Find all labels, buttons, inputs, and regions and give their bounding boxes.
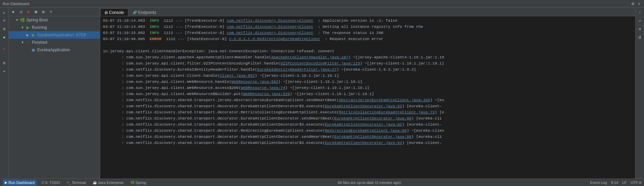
run-icon[interactable]: ▶ <box>1 9 8 16</box>
console-tab-icon: ▤ <box>105 11 108 14</box>
rerun-button[interactable]: ↺ <box>18 8 24 15</box>
structure-icon[interactable]: ⊞ <box>1 59 8 67</box>
log-line-4: 03-07 21:10:46.995 ERROR 1112 --- [tbeat… <box>103 36 632 42</box>
endpoints-tab-label: Endpoints <box>138 10 156 15</box>
tree-label-running: Running <box>32 25 99 30</box>
cursor-position: 9:14 <box>611 181 618 185</box>
event-log-link[interactable]: Event Log <box>590 181 607 185</box>
tree-arrow-spring-boot: ▼ <box>16 18 20 22</box>
log-stack-7: : com.sun.jersey.api.client.WebResource$… <box>103 91 632 97</box>
spring-btn[interactable]: 🌿 Spring <box>128 180 148 186</box>
log-stack-13: : com.netflix.discovery.shared.transport… <box>103 128 632 134</box>
log-stack-1: : com.sun.jersey.client.apache4.ApacheHt… <box>103 54 632 60</box>
spacer-icon1 <box>1 41 8 44</box>
java-label: Java Enterprise <box>98 181 124 185</box>
run-dashboard-btn[interactable]: ▶ Run Dashboard <box>3 180 37 186</box>
tree-item-eureka-app[interactable]: ◉ EurekaApplication <box>9 46 100 54</box>
filter-button[interactable]: ▽ <box>47 8 54 15</box>
tab-endpoints[interactable]: 🔗 Endpoints <box>128 8 160 16</box>
left-side-icons: ▶ ≡ ⏸ ◾ ✕ ⊞ ★ <box>0 7 9 179</box>
tree-item-running[interactable]: ▼ ▶ Running <box>9 24 100 31</box>
eureka-app-icon: ◉ <box>30 47 36 53</box>
favorites-icon[interactable]: ★ <box>1 67 8 75</box>
console-area: ▤ Console 🔗 Endpoints 03-07 21:10:14.963… <box>100 7 635 179</box>
java-enterprise-btn[interactable]: ☕ Java Enterprise <box>91 180 126 186</box>
terminal-btn[interactable]: >_ Terminal <box>65 180 88 186</box>
status-left: ▶ Run Dashboard ☑ 6: TODO >_ Terminal ☕ … <box>3 180 148 186</box>
log-stack-8: : com.netflix.discovery.shared.transport… <box>103 97 632 103</box>
tree-item-eureka-hi[interactable]: ▶ ▶ EurekaHiApplication :8763/ <box>9 31 100 39</box>
stop-button[interactable]: ◾ <box>25 8 32 15</box>
right-side-icons: ↕ ↩ ⚙ 🖨 <box>635 7 644 179</box>
status-right: Event Log 9:14 LF UTF-8 <box>590 181 641 185</box>
running-icon: ▶ <box>25 25 30 30</box>
close-icon[interactable]: ✕ <box>1 45 8 52</box>
spring-icon: 🌿 <box>20 17 25 23</box>
tree-item-spring-boot[interactable]: ▼ 🌿 Spring Boot <box>9 16 100 24</box>
status-message: All files are up-to-date (2 minutes ago) <box>338 181 401 185</box>
log-stack-11: : com.netflix.discovery.shared.transport… <box>103 115 632 122</box>
endpoints-tab-icon: 🔗 <box>133 11 137 14</box>
log-line-2: 03-07 21:10:14.963 INFO 1112 --- [freshE… <box>103 24 632 30</box>
pause-icon[interactable]: ⏸ <box>1 25 8 33</box>
tree-area: ▼ 🌿 Spring Boot ▼ ▶ Running ▶ ▶ EurekaHi… <box>9 16 100 179</box>
topbar-title: Run Dashboard: <box>3 2 30 6</box>
log-line-3: 03-07 21:10:15.002 INFO 1112 --- [freshE… <box>103 30 632 36</box>
layout2-button[interactable]: ▤ <box>40 8 47 15</box>
main-area: ▶ ≡ ⏸ ◾ ✕ ⊞ ★ ▶ ↺ ◾ ▦ ▤ ▽ ▼ 🌿 Spring Boo… <box>0 7 644 179</box>
tree-arrow-eureka-hi: ▶ <box>26 33 30 37</box>
log-stack-5: : com.sun.jersey.api.client.WebResource.… <box>103 79 632 85</box>
line-ending: LF <box>622 181 627 185</box>
stop-icon[interactable]: ◾ <box>1 33 8 41</box>
log-stack-2: : com.sun.jersey.api.client.filter.GZIPC… <box>103 60 632 67</box>
external-icon[interactable]: ↗ <box>637 1 641 7</box>
log-stack-15: : com.netflix.discovery.shared.transport… <box>103 140 632 146</box>
finished-icon: ◾ <box>25 40 30 45</box>
log-exception-1: in.jersey.api.client.ClientHandlerExcept… <box>103 48 632 54</box>
spacer-icon2 <box>1 53 8 58</box>
spring-btn-icon: 🌿 <box>130 181 134 184</box>
run-dashboard-label: Run Dashboard <box>8 181 35 185</box>
spring-label: Spring <box>135 181 146 185</box>
tree-label-finished: Finished <box>32 40 99 45</box>
encoding: UTF-8 <box>631 181 641 185</box>
log-stack-9: : com.netflix.discovery.shared.transport… <box>103 103 632 109</box>
log-stack-10: : com.netflix.discovery.shared.transport… <box>103 109 632 115</box>
todo-label: 6: TODO <box>45 181 60 185</box>
tree-label-eureka-app: EurekaApplication <box>37 48 99 52</box>
log-stack-12: : com.netflix.discovery.shared.transport… <box>103 122 632 128</box>
log-stack-4: : com.sun.jersey.api.client.Client.handl… <box>103 73 632 79</box>
config-icon[interactable]: ≡ <box>1 17 8 24</box>
log-stack-6: : com.sun.jersey.api.client.WebResource.… <box>103 85 632 91</box>
tree-arrow-finished: ▼ <box>21 41 25 44</box>
java-icon: ☕ <box>93 181 97 184</box>
console-tabs: ▤ Console 🔗 Endpoints <box>100 7 635 16</box>
left-toolbar: ▶ ↺ ◾ ▦ ▤ ▽ <box>9 7 100 16</box>
run-all-button[interactable]: ▶ <box>10 8 17 15</box>
log-blank <box>103 42 632 48</box>
settings-icon[interactable]: ⚙ <box>630 1 635 7</box>
todo-icon: ☑ <box>41 181 44 184</box>
topbar: Run Dashboard: ⚙ ↗ <box>0 0 644 7</box>
scroll-right-icon[interactable]: ↕ <box>636 9 644 16</box>
left-panel: ▶ ↺ ◾ ▦ ▤ ▽ ▼ 🌿 Spring Boot ▼ ▶ Running <box>9 7 100 179</box>
terminal-icon: >_ <box>67 181 71 184</box>
todo-btn[interactable]: ☑ 6: TODO <box>39 180 62 186</box>
log-stack-14: : com.netflix.discovery.shared.transport… <box>103 134 632 140</box>
console-tab-label: Console <box>109 10 124 15</box>
topbar-icons: ⚙ ↗ <box>630 1 641 7</box>
print-right-icon[interactable]: 🖨 <box>636 33 644 41</box>
run-dashboard-icon: ▶ <box>5 181 7 184</box>
tree-label-eureka-hi: EurekaHiApplication :8763/ <box>37 33 99 37</box>
status-bar: ▶ Run Dashboard ☑ 6: TODO >_ Terminal ☕ … <box>0 179 644 186</box>
tree-arrow-running: ▼ <box>21 26 25 29</box>
gear-right-icon[interactable]: ⚙ <box>636 25 644 33</box>
terminal-label: Terminal <box>72 181 86 185</box>
tab-console[interactable]: ▤ Console <box>100 8 128 16</box>
tree-label-spring-boot: Spring Boot <box>26 18 99 22</box>
log-stack-3: : com.netflix.discovery.EurekaIdentityHe… <box>103 67 632 73</box>
wrap-right-icon[interactable]: ↩ <box>636 17 644 24</box>
layout1-button[interactable]: ▦ <box>33 8 39 15</box>
console-content[interactable]: 03-07 21:10:14.963 INFO 1112 --- [freshE… <box>100 16 635 179</box>
tree-item-finished[interactable]: ▼ ◾ Finished <box>9 39 100 46</box>
